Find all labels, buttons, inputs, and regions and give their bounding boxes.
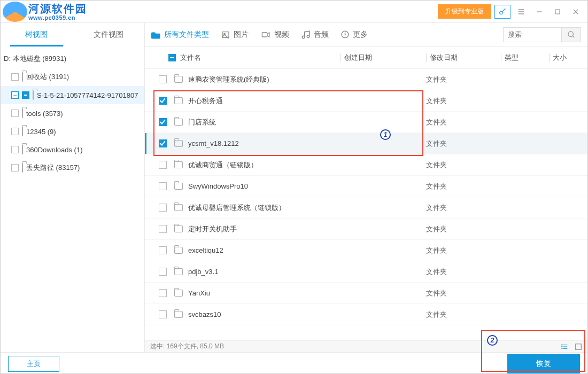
- col-modify-label[interactable]: 修改日期: [426, 53, 501, 63]
- list-row[interactable]: exceltiqu12文件夹: [145, 240, 587, 261]
- list-row[interactable]: ycsmt_v18.1212文件夹: [145, 133, 587, 154]
- filter-all[interactable]: 所有文件类型: [151, 30, 209, 40]
- filter-label: 图片: [234, 30, 249, 40]
- file-type: 文件夹: [426, 182, 581, 191]
- search-input[interactable]: [503, 27, 562, 42]
- tree-checkbox[interactable]: [11, 164, 19, 172]
- filter-image[interactable]: 图片: [221, 30, 249, 40]
- svg-point-20: [562, 346, 562, 347]
- folder-icon: [22, 73, 23, 81]
- tree-item-tools[interactable]: tools (3573): [1, 104, 144, 122]
- sidebar: 树视图 文件视图 D: 本地磁盘 (89931) 回收站 (3191) − S-…: [1, 23, 145, 352]
- tree-item-360[interactable]: 360Downloads (1): [1, 141, 144, 159]
- list-row[interactable]: 门店系统文件夹: [145, 112, 587, 133]
- file-name: svcbazs10: [188, 310, 221, 318]
- folder-icon: [174, 247, 183, 254]
- image-icon: [221, 30, 230, 39]
- file-type: 文件夹: [426, 203, 581, 213]
- row-checkbox[interactable]: [159, 97, 167, 105]
- home-button[interactable]: 主页: [8, 356, 59, 372]
- tree-item-recycle[interactable]: 回收站 (3191): [1, 68, 144, 86]
- tree-checkbox[interactable]: [11, 110, 19, 117]
- file-name: YanXiu: [188, 289, 210, 297]
- list-view-icon[interactable]: [560, 343, 569, 350]
- license-key-button[interactable]: [494, 5, 510, 19]
- file-name: 门店系统: [188, 118, 216, 127]
- row-checkbox[interactable]: [159, 246, 167, 254]
- select-all-checkbox[interactable]: [168, 54, 176, 61]
- recover-button[interactable]: 恢复: [507, 354, 580, 373]
- filter-label: 音频: [314, 30, 329, 40]
- filter-more[interactable]: 更多: [341, 30, 368, 40]
- list-row[interactable]: svcbazs10文件夹: [145, 304, 587, 325]
- tree-checkbox[interactable]: [22, 91, 29, 99]
- tree-item-label: tools (3573): [26, 110, 63, 118]
- tree-item-lost[interactable]: 丢失路径 (83157): [1, 159, 144, 177]
- tab-tree-view[interactable]: 树视图: [1, 23, 73, 46]
- svg-point-0: [500, 11, 502, 14]
- svg-rect-10: [262, 33, 267, 37]
- tree-item-sid[interactable]: − S-1-5-21-1057774142-91701807: [1, 86, 144, 104]
- app-logo: 河源软件园 www.pc0359.cn: [1, 1, 113, 23]
- file-type: 文件夹: [426, 96, 581, 106]
- list-row[interactable]: YanXiu文件夹: [145, 283, 587, 304]
- col-size-label[interactable]: 大小: [549, 53, 581, 63]
- filter-label: 所有文件类型: [164, 30, 209, 40]
- folder-icon: [22, 127, 23, 136]
- file-name: 优诚母婴店管理系统（链锁版）: [188, 203, 285, 213]
- tree-checkbox[interactable]: [11, 146, 19, 153]
- tree-root-label: D: 本地磁盘 (89931): [4, 54, 66, 64]
- file-type: 文件夹: [426, 224, 581, 234]
- tree-checkbox[interactable]: [11, 73, 19, 81]
- tree-checkbox[interactable]: [11, 128, 19, 135]
- col-type-label[interactable]: 类型: [501, 53, 549, 63]
- svg-point-14: [568, 32, 573, 36]
- minimize-button[interactable]: [532, 4, 547, 19]
- filter-audio[interactable]: 音频: [301, 30, 329, 40]
- tab-file-view[interactable]: 文件视图: [73, 23, 145, 46]
- list-row[interactable]: 定时开关机助手文件夹: [145, 219, 587, 240]
- folder-icon: [174, 76, 183, 83]
- tree-root[interactable]: D: 本地磁盘 (89931): [1, 50, 144, 68]
- row-checkbox[interactable]: [159, 118, 167, 126]
- row-checkbox[interactable]: [159, 182, 167, 190]
- row-checkbox[interactable]: [159, 75, 167, 83]
- collapse-icon[interactable]: −: [11, 91, 19, 99]
- list-row[interactable]: 优诚母婴店管理系统（链锁版）文件夹: [145, 197, 587, 219]
- folder-tree: D: 本地磁盘 (89931) 回收站 (3191) − S-1-5-21-10…: [1, 46, 144, 352]
- maximize-button[interactable]: [550, 4, 565, 19]
- search-button[interactable]: [562, 27, 581, 42]
- row-checkbox[interactable]: [159, 289, 167, 297]
- list-row[interactable]: 速腾农资管理系统(经典版)文件夹: [145, 69, 587, 90]
- row-checkbox[interactable]: [159, 268, 167, 276]
- menu-button[interactable]: [514, 4, 529, 19]
- status-bar: 选中: 169个文件, 85.0 MB: [145, 340, 587, 352]
- list-row[interactable]: 开心税务通文件夹: [145, 90, 587, 112]
- logo-title: 河源软件园: [28, 2, 87, 16]
- filter-label: 视频: [274, 30, 289, 40]
- folder-icon: [174, 119, 183, 126]
- close-button[interactable]: [568, 4, 583, 19]
- upgrade-button[interactable]: 升级到专业版: [438, 4, 491, 19]
- file-list: 文件名 创建日期 修改日期 类型 大小 速腾农资管理系统(经典版)文件夹开心税务…: [145, 46, 587, 340]
- col-name-label: 文件名: [180, 53, 201, 63]
- file-type: 文件夹: [426, 246, 581, 255]
- row-checkbox[interactable]: [159, 161, 167, 169]
- svg-point-21: [562, 348, 562, 348]
- svg-rect-5: [555, 10, 560, 14]
- row-checkbox[interactable]: [159, 139, 167, 147]
- row-checkbox[interactable]: [159, 204, 167, 212]
- filter-video[interactable]: 视频: [260, 30, 289, 40]
- row-checkbox[interactable]: [159, 225, 167, 233]
- list-row[interactable]: 优诚商贸通（链锁版）文件夹: [145, 154, 587, 176]
- tree-item-label: 回收站 (3191): [26, 72, 69, 82]
- col-create-label[interactable]: 创建日期: [341, 53, 426, 63]
- grid-view-icon[interactable]: [575, 343, 582, 350]
- list-row[interactable]: pdjb_v3.1文件夹: [145, 261, 587, 283]
- folder-icon: [174, 97, 183, 104]
- video-icon: [260, 30, 271, 39]
- row-checkbox[interactable]: [159, 310, 167, 318]
- list-row[interactable]: SwyWindowsPro10文件夹: [145, 176, 587, 197]
- file-name: SwyWindowsPro10: [188, 182, 248, 190]
- tree-item-12345[interactable]: 12345 (9): [1, 122, 144, 141]
